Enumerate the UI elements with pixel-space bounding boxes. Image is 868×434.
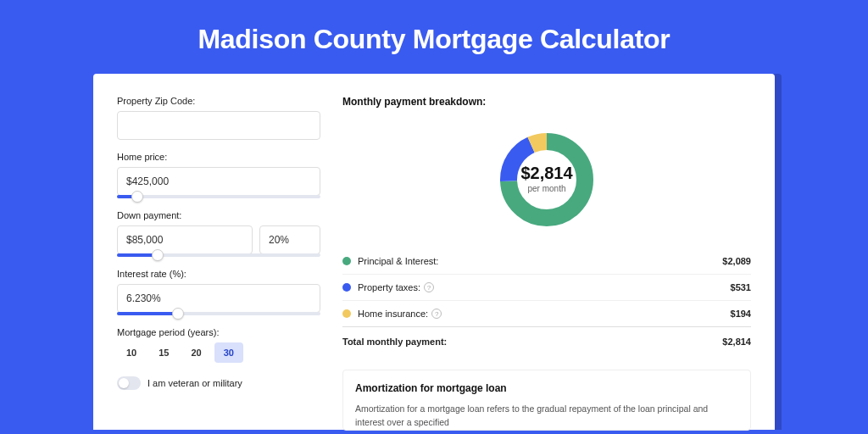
toggle-knob (119, 378, 129, 388)
period-option-20[interactable]: 20 (182, 342, 211, 363)
legend-row-principal: Principal & Interest: $2,089 (342, 248, 751, 274)
period-option-15[interactable]: 15 (149, 342, 178, 363)
slider-thumb[interactable] (152, 249, 164, 261)
slider-thumb[interactable] (172, 308, 184, 320)
period-option-30[interactable]: 30 (214, 342, 243, 363)
legend-dot (342, 309, 351, 318)
slider-thumb[interactable] (131, 191, 143, 203)
donut-chart: $2,814 per month (342, 118, 751, 248)
total-value: $2,814 (722, 337, 751, 347)
down-payment-pct-input[interactable] (259, 225, 320, 254)
legend-row-insurance: Home insurance: ? $194 (342, 300, 751, 326)
zip-input[interactable] (117, 111, 320, 140)
legend-dot (342, 257, 351, 265)
legend-label: Property taxes: ? (358, 282, 731, 292)
down-payment-slider[interactable] (117, 253, 320, 257)
home-price-field-group: Home price: (117, 152, 320, 198)
veteran-label: I am veteran or military (147, 378, 242, 388)
interest-rate-field-group: Interest rate (%): (117, 269, 320, 315)
legend-value: $2,089 (722, 256, 751, 266)
period-button-group: 10 15 20 30 (117, 342, 320, 363)
legend-row-total: Total monthly payment: $2,814 (342, 326, 751, 354)
page-title: Madison County Mortgage Calculator (0, 0, 868, 74)
down-payment-field-group: Down payment: (117, 210, 320, 257)
home-price-label: Home price: (117, 152, 320, 162)
period-field-group: Mortgage period (years): 10 15 20 30 (117, 327, 320, 363)
help-icon[interactable]: ? (431, 309, 442, 319)
home-price-slider[interactable] (117, 195, 320, 198)
breakdown-panel: Monthly payment breakdown: $2,814 per mo… (342, 96, 751, 430)
period-label: Mortgage period (years): (117, 327, 320, 337)
legend-value: $194 (731, 309, 751, 319)
down-payment-input[interactable] (117, 225, 253, 254)
interest-rate-slider[interactable] (117, 312, 320, 315)
legend: Principal & Interest: $2,089 Property ta… (342, 248, 751, 354)
period-option-10[interactable]: 10 (117, 342, 146, 363)
veteran-toggle[interactable] (117, 376, 141, 390)
amortization-text: Amortization for a mortgage loan refers … (355, 403, 738, 430)
total-label: Total monthly payment: (342, 337, 722, 347)
breakdown-title: Monthly payment breakdown: (342, 96, 751, 108)
legend-dot (342, 283, 351, 292)
help-icon[interactable]: ? (424, 282, 434, 292)
amortization-panel: Amortization for mortgage loan Amortizat… (342, 370, 751, 431)
zip-field-group: Property Zip Code: (117, 96, 320, 140)
down-payment-label: Down payment: (117, 210, 320, 220)
legend-value: $531 (731, 282, 751, 292)
form-panel: Property Zip Code: Home price: Down paym… (117, 96, 320, 430)
amortization-title: Amortization for mortgage loan (355, 382, 738, 394)
zip-label: Property Zip Code: (117, 96, 320, 106)
interest-rate-input[interactable] (117, 284, 320, 313)
donut-sub-label: per month (527, 184, 565, 193)
legend-label: Principal & Interest: (358, 256, 722, 266)
legend-row-taxes: Property taxes: ? $531 (342, 274, 751, 300)
home-price-input[interactable] (117, 167, 320, 196)
veteran-toggle-row: I am veteran or military (117, 376, 320, 390)
calculator-card: Property Zip Code: Home price: Down paym… (93, 74, 775, 430)
donut-total: $2,814 (520, 164, 573, 182)
interest-rate-label: Interest rate (%): (117, 269, 320, 279)
legend-label: Home insurance: ? (358, 309, 731, 319)
